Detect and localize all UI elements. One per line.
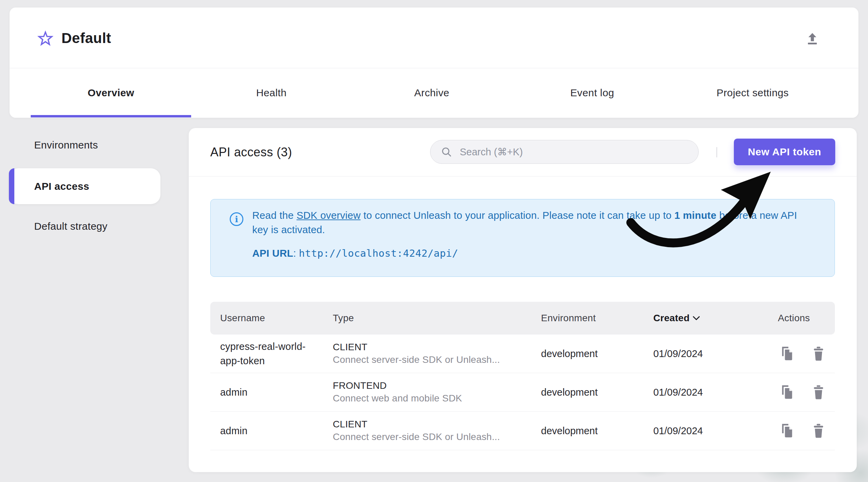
cell-actions [768,345,835,362]
tab-project-settings[interactable]: Project settings [672,68,833,117]
sdk-overview-link[interactable]: SDK overview [297,210,361,221]
info-alert: i Read the SDK overview to connect Unlea… [210,199,835,277]
column-header-actions: Actions [768,313,835,324]
token-type: CLIENT [333,341,541,353]
info-icon: i [230,212,243,226]
api-tokens-table: Username Type Environment Created Action… [210,302,835,450]
favorite-star-button[interactable] [37,30,54,47]
cell-created: 01/09/2024 [653,387,768,398]
sidebar-item-api-access[interactable]: API access [9,168,160,204]
column-header-environment[interactable]: Environment [541,313,653,324]
trash-icon [812,384,825,400]
cell-environment: development [541,387,653,398]
cell-type: FRONTEND Connect web and mobile SDK [333,380,541,405]
api-url-line: API URL: http://localhost:4242/api/ [252,247,821,259]
tab-label: Event log [570,87,614,99]
tab-label: Archive [414,87,450,99]
search-icon [441,146,452,158]
delete-token-button[interactable] [811,384,826,400]
alert-segment: to connect Unleash to your application. … [360,210,674,221]
delete-token-button[interactable] [811,423,826,439]
active-tab-indicator [31,115,191,117]
star-icon [37,30,54,47]
sort-chevron-down-icon [693,316,700,320]
search-box[interactable] [430,140,699,164]
page: Default Overview Health Archive Event lo… [0,0,868,482]
copy-icon [780,384,795,400]
copy-icon [780,345,795,362]
panel-title: API access (3) [210,145,292,159]
cell-type: CLIENT Connect server-side SDK or Unleas… [333,418,541,443]
column-header-type[interactable]: Type [333,313,541,324]
token-type-description: Connect server-side SDK or Unleash... [333,353,541,366]
api-url-separator: : [293,247,299,259]
copy-token-button[interactable] [780,345,795,362]
api-url-label: API URL [252,247,293,259]
alert-body: Read the SDK overview to connect Unleash… [252,199,835,259]
cell-actions [768,423,835,439]
copy-icon [780,423,795,439]
tab-label: Project settings [716,87,789,99]
cell-environment: development [541,425,653,437]
active-item-bar [9,168,14,204]
tab-label: Health [256,87,286,99]
sidebar-item-label: API access [34,181,89,192]
sidebar: Environments API access Default strategy [0,118,189,323]
token-type: FRONTEND [333,380,541,392]
alert-bold-segment: 1 minute [674,210,716,221]
cell-username: admin [220,385,324,399]
cell-username: admin [220,424,324,438]
table-row: admin FRONTEND Connect web and mobile SD… [210,373,835,412]
copy-token-button[interactable] [780,384,795,400]
new-api-token-button[interactable]: New API token [734,139,835,165]
delete-token-button[interactable] [811,345,826,362]
table-row: admin CLIENT Connect server-side SDK or … [210,412,835,450]
search-input[interactable] [460,146,688,158]
cell-created: 01/09/2024 [653,348,768,359]
tab-label: Overview [88,87,134,99]
column-header-created[interactable]: Created [653,313,768,324]
cell-created: 01/09/2024 [653,425,768,437]
cell-username: cypress-real-world-app-token [220,339,324,368]
tab-archive[interactable]: Archive [352,68,512,117]
upload-icon[interactable] [803,30,821,48]
sidebar-item-environments[interactable]: Environments [0,133,189,157]
project-header-card: Default Overview Health Archive Event lo… [10,8,858,118]
cell-type: CLIENT Connect server-side SDK or Unleas… [333,341,541,366]
toolbar-divider-line [716,147,717,157]
token-type: CLIENT [333,418,541,430]
trash-icon [812,423,825,439]
sidebar-item-default-strategy[interactable]: Default strategy [0,214,189,239]
tab-health[interactable]: Health [191,68,352,117]
panel-toolbar: API access (3) New API token [189,128,857,176]
table-header-row: Username Type Environment Created Action… [210,302,835,335]
api-access-panel: API access (3) New API token i Read the … [189,128,857,472]
copy-token-button[interactable] [780,423,795,439]
tab-event-log[interactable]: Event log [512,68,672,117]
column-header-username[interactable]: Username [220,313,333,324]
trash-icon [812,346,825,362]
table-row: cypress-real-world-app-token CLIENT Conn… [210,335,835,373]
token-type-description: Connect web and mobile SDK [333,392,541,405]
cell-environment: development [541,348,653,359]
alert-segment: Read the [252,210,297,221]
tab-overview[interactable]: Overview [31,68,191,117]
api-url-value: http://localhost:4242/api/ [299,247,458,259]
cell-actions [768,384,835,400]
alert-text: Read the SDK overview to connect Unleash… [252,208,809,237]
project-header: Default [10,8,858,68]
toolbar-rule [189,176,857,176]
project-title: Default [61,30,111,46]
tab-bar: Overview Health Archive Event log Projec… [10,68,858,117]
token-type-description: Connect server-side SDK or Unleash... [333,430,541,443]
